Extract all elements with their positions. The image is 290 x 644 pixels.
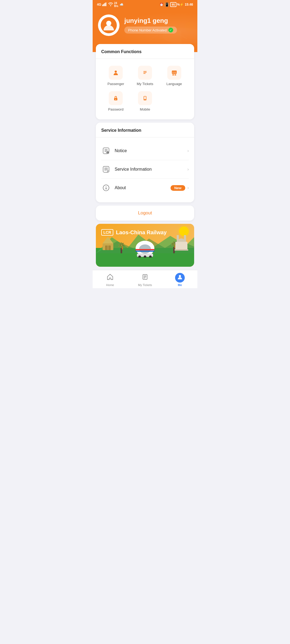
cloud-icon: ☁️: [119, 3, 124, 6]
alarm-icon: ⏰: [160, 3, 164, 6]
svg-point-9: [115, 71, 117, 73]
about-text: About: [115, 185, 171, 190]
vibrate-icon: 📳: [165, 2, 169, 7]
about-chevron-icon: ›: [187, 185, 189, 190]
status-bar: 4G 24B/s ☁️ ⏰ 📳 85%⚡ 15:46: [93, 0, 197, 9]
svg-rect-0: [102, 5, 103, 6]
logout-button[interactable]: Logout: [138, 210, 152, 215]
phone-badge-text: Phone Number Activated: [128, 28, 167, 32]
lcr-logo-box: LCR: [101, 229, 113, 236]
status-right: ⏰ 📳 85%⚡ 15:46: [160, 2, 193, 7]
profile-name: junying1 geng: [124, 17, 177, 24]
service-item-service-info[interactable]: Service Information ›: [101, 160, 189, 179]
profile-row: junying1 geng Phone Number Activated ✓: [98, 14, 192, 36]
common-functions-card: Common Functions Passenger: [96, 44, 194, 119]
me-icon-wrap: [175, 273, 185, 283]
function-mobile[interactable]: Mobile: [130, 89, 160, 114]
notice-chevron-icon: ›: [187, 148, 189, 153]
avatar-icon: [101, 17, 117, 33]
functions-row-1: Passenger My Tickets: [101, 63, 189, 89]
home-icon: [107, 273, 114, 282]
arch-monument: [174, 234, 189, 253]
svg-rect-47: [136, 249, 154, 250]
function-passenger[interactable]: Passenger: [101, 63, 130, 89]
svg-rect-54: [144, 276, 146, 276]
my-tickets-icon: [138, 66, 152, 80]
svg-rect-17: [175, 74, 176, 75]
service-info-icon: [101, 164, 111, 174]
svg-rect-2: [104, 3, 105, 6]
lcr-banner: LCR Laos-China Railway 🌴 🌴: [96, 224, 194, 267]
language-label: Language: [166, 82, 182, 86]
common-functions-title: Common Functions: [101, 49, 189, 54]
mobile-icon: [138, 91, 152, 105]
me-icon: [177, 274, 183, 281]
svg-rect-42: [175, 249, 188, 251]
function-language[interactable]: Language: [160, 63, 189, 89]
svg-point-57: [179, 275, 181, 277]
palm-leaves-icon: 🌴: [117, 243, 125, 249]
svg-rect-55: [144, 277, 146, 277]
function-my-tickets[interactable]: My Tickets: [130, 63, 160, 89]
service-info-title: Service Information: [101, 128, 189, 133]
svg-point-31: [107, 152, 108, 152]
my-tickets-nav-icon: [142, 273, 148, 282]
svg-rect-32: [107, 152, 108, 153]
svg-rect-11: [143, 71, 147, 72]
notice-text: Notice: [115, 148, 187, 153]
logout-card[interactable]: Logout: [96, 206, 194, 221]
notice-icon: [101, 146, 111, 156]
svg-rect-43: [177, 235, 179, 242]
nav-my-tickets[interactable]: My Tickets: [128, 270, 162, 288]
password-icon: [109, 91, 123, 105]
bottom-nav: Home My Tickets Me: [93, 270, 197, 288]
home-icon-wrap: [105, 273, 115, 283]
nav-me[interactable]: Me: [162, 270, 197, 288]
my-tickets-nav-icon-wrap: [140, 273, 150, 283]
svg-marker-38: [103, 237, 113, 243]
svg-rect-12: [143, 72, 147, 73]
service-item-notice[interactable]: Notice ›: [101, 142, 189, 160]
svg-point-20: [175, 72, 176, 73]
svg-rect-1: [103, 4, 104, 6]
time-display: 15:46: [185, 3, 193, 6]
svg-rect-26: [144, 97, 146, 99]
me-nav-label: Me: [178, 283, 182, 287]
signal-icon: [102, 2, 107, 7]
svg-rect-33: [103, 166, 109, 172]
svg-rect-40: [107, 246, 109, 250]
about-icon: [101, 183, 111, 193]
svg-point-18: [172, 72, 173, 73]
svg-point-23: [115, 99, 116, 100]
status-left: 4G 24B/s ☁️: [97, 2, 124, 8]
lcr-logo-area: LCR Laos-China Railway: [101, 229, 167, 236]
nav-home[interactable]: Home: [93, 270, 128, 288]
svg-point-27: [145, 100, 145, 100]
passenger-icon: [109, 66, 123, 80]
svg-rect-3: [106, 2, 106, 6]
functions-row-2: Password Mobile: [101, 89, 189, 114]
my-tickets-label: My Tickets: [137, 82, 153, 86]
banner-scene: 🌴 🌴: [96, 235, 194, 267]
service-info-chevron-icon: ›: [187, 167, 189, 172]
language-icon: [167, 66, 181, 80]
battery-level: 85: [170, 2, 176, 7]
svg-rect-56: [144, 278, 145, 278]
svg-point-7: [106, 21, 111, 26]
new-badge: New: [171, 185, 185, 191]
temple-icon: [101, 235, 115, 253]
lcr-title: Laos-China Railway: [116, 229, 167, 236]
battery-indicator: 85%⚡: [170, 2, 184, 7]
service-item-about[interactable]: About New ›: [101, 179, 189, 197]
svg-point-35: [106, 186, 106, 187]
svg-rect-44: [184, 235, 186, 242]
service-info-text: Service Information: [115, 167, 187, 172]
svg-rect-48: [136, 251, 154, 252]
function-password[interactable]: Password: [101, 89, 130, 114]
svg-rect-36: [106, 188, 107, 189]
svg-point-19: [174, 72, 175, 73]
service-divider: [96, 137, 194, 137]
about-right: New ›: [171, 185, 189, 191]
svg-rect-13: [143, 73, 146, 74]
service-list: Notice › Service Information ›: [101, 142, 189, 197]
